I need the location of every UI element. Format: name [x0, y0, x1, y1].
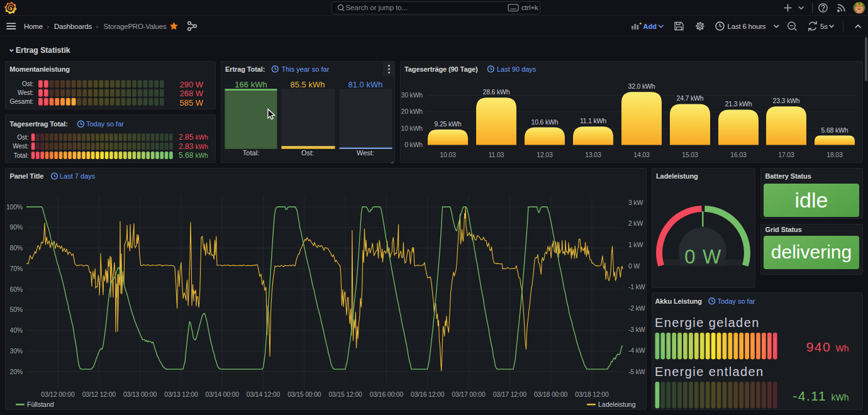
- svg-text:Ost:: Ost:: [17, 134, 28, 141]
- svg-text:03/14 00:00: 03/14 00:00: [206, 390, 240, 398]
- svg-text:5.68 kWh: 5.68 kWh: [821, 126, 849, 134]
- svg-text:11.03: 11.03: [489, 151, 504, 158]
- svg-text:-4 kW: -4 kW: [628, 346, 645, 354]
- svg-text:Akku Leistung: Akku Leistung: [655, 297, 703, 305]
- svg-text:03/12 12:00: 03/12 12:00: [82, 390, 116, 398]
- svg-text:Today so far: Today so far: [718, 297, 755, 305]
- svg-text:100%: 100%: [6, 203, 23, 211]
- svg-text:Ost:: Ost:: [22, 80, 33, 87]
- svg-text:-1 kW: -1 kW: [628, 283, 645, 290]
- svg-text:15.03: 15.03: [682, 151, 698, 158]
- svg-text:2 kW: 2 kW: [628, 219, 643, 227]
- svg-text:03/16 12:00: 03/16 12:00: [411, 390, 445, 398]
- svg-text:5.68 kWh: 5.68 kWh: [179, 151, 208, 160]
- svg-text:Ertrag Statistik: Ertrag Statistik: [16, 46, 70, 55]
- svg-text:-2 kW: -2 kW: [628, 304, 645, 312]
- svg-text:11.1 kWh: 11.1 kWh: [580, 117, 606, 124]
- svg-text:940 Wh: 940 Wh: [806, 340, 849, 354]
- svg-text:3 kW: 3 kW: [628, 199, 643, 206]
- svg-text:14.03: 14.03: [633, 151, 650, 158]
- svg-text:03/16 00:00: 03/16 00:00: [370, 390, 404, 398]
- svg-text:03/13 12:00: 03/13 12:00: [164, 390, 198, 398]
- svg-text:Last 90 days: Last 90 days: [497, 65, 537, 73]
- svg-text:20 kWh: 20 kWh: [401, 108, 423, 115]
- svg-text:West:: West:: [13, 143, 28, 150]
- svg-text:23.3 kWh: 23.3 kWh: [773, 97, 800, 104]
- svg-text:40%: 40%: [10, 326, 23, 334]
- svg-text:Last 6 hours: Last 6 hours: [728, 23, 766, 30]
- svg-text:12.03: 12.03: [537, 151, 553, 158]
- svg-text:21.3 kWh: 21.3 kWh: [725, 100, 752, 108]
- svg-text:10.6 kWh: 10.6 kWh: [531, 118, 559, 126]
- svg-text:Today so far: Today so far: [86, 120, 124, 128]
- svg-text:Total:: Total:: [243, 149, 259, 157]
- svg-text:Panel Title: Panel Title: [10, 172, 44, 180]
- svg-text:50%: 50%: [10, 306, 23, 313]
- svg-text:›: ›: [47, 23, 50, 30]
- svg-text:Last 7 days: Last 7 days: [60, 172, 96, 180]
- svg-text:-3 kW: -3 kW: [628, 326, 645, 333]
- svg-text:Tageserträge (90 Tage): Tageserträge (90 Tage): [404, 65, 478, 73]
- svg-text:16.03: 16.03: [730, 151, 747, 158]
- svg-text:Dashboards: Dashboards: [54, 23, 92, 30]
- svg-text:03/17 00:00: 03/17 00:00: [452, 390, 486, 398]
- svg-text:268 W: 268 W: [180, 89, 204, 98]
- svg-text:5s: 5s: [820, 23, 828, 30]
- svg-text:85.5 kWh: 85.5 kWh: [291, 80, 325, 89]
- svg-text:9.25 kWh: 9.25 kWh: [435, 120, 462, 128]
- svg-text:Battery Status: Battery Status: [765, 172, 811, 180]
- svg-text:13.03: 13.03: [585, 151, 601, 158]
- svg-text:03/15 00:00: 03/15 00:00: [287, 390, 321, 398]
- svg-text:Grid Status: Grid Status: [765, 226, 802, 233]
- svg-text:Ladeleistung: Ladeleistung: [598, 401, 636, 408]
- svg-text:2.83 kWh: 2.83 kWh: [179, 142, 208, 151]
- svg-text:-5 kW: -5 kW: [628, 368, 645, 375]
- svg-text:03/13 00:00: 03/13 00:00: [123, 390, 157, 398]
- svg-text:10.03: 10.03: [440, 151, 456, 158]
- svg-text:-4.11 kWh: -4.11 kWh: [793, 389, 849, 403]
- svg-text:Momentanleistung: Momentanleistung: [9, 65, 70, 73]
- svg-text:60%: 60%: [10, 285, 23, 293]
- svg-text:Ertrag Total:: Ertrag Total:: [225, 65, 265, 73]
- svg-text:Search or jump to...: Search or jump to...: [346, 4, 408, 11]
- svg-text:West:: West:: [357, 149, 374, 157]
- svg-text:81.0 kWh: 81.0 kWh: [348, 80, 383, 89]
- svg-text:03/15 12:00: 03/15 12:00: [328, 390, 362, 398]
- svg-text:03/18 00:00: 03/18 00:00: [534, 390, 568, 398]
- svg-text:03/17 12:00: 03/17 12:00: [493, 390, 527, 398]
- svg-text:Füllstand: Füllstand: [27, 401, 54, 408]
- svg-text:585 W: 585 W: [180, 98, 204, 108]
- svg-text:Ost:: Ost:: [301, 149, 314, 157]
- svg-text:Total:: Total:: [14, 152, 29, 159]
- svg-text:30%: 30%: [10, 347, 23, 355]
- svg-text:1 kW: 1 kW: [628, 241, 643, 248]
- svg-text:20%: 20%: [10, 368, 23, 375]
- svg-text:0 W: 0 W: [684, 246, 722, 268]
- svg-text:290 W: 290 W: [180, 80, 204, 89]
- svg-text:0 kWh: 0 kWh: [404, 141, 423, 148]
- svg-text:Energie entladen: Energie entladen: [655, 365, 764, 379]
- svg-text:2.85 kWh: 2.85 kWh: [179, 133, 208, 141]
- svg-text:Gesamt:: Gesamt:: [10, 98, 34, 105]
- svg-text:Add: Add: [643, 23, 657, 30]
- svg-text:This year so far: This year so far: [282, 65, 330, 73]
- svg-text:0 W: 0 W: [628, 262, 640, 270]
- svg-text:›: ›: [96, 23, 99, 30]
- svg-text:10 kWh: 10 kWh: [401, 124, 423, 132]
- svg-text:70%: 70%: [10, 265, 23, 272]
- svg-text:17.03: 17.03: [778, 151, 794, 158]
- svg-text:166 kWh: 166 kWh: [235, 80, 267, 89]
- svg-text:90%: 90%: [10, 223, 23, 231]
- svg-text:StoragePRO-Values: StoragePRO-Values: [104, 23, 167, 30]
- svg-text:32.0 kWh: 32.0 kWh: [628, 82, 655, 90]
- svg-text:Ladeleistung: Ladeleistung: [656, 172, 698, 180]
- svg-text:ctrl+k: ctrl+k: [521, 4, 538, 11]
- svg-text:West:: West:: [18, 89, 33, 96]
- svg-text:24.7 kWh: 24.7 kWh: [677, 94, 704, 102]
- svg-text:Home: Home: [24, 23, 43, 30]
- svg-text:03/14 12:00: 03/14 12:00: [247, 390, 281, 398]
- svg-text:80%: 80%: [10, 244, 23, 252]
- svg-text:30 kWh: 30 kWh: [401, 91, 423, 99]
- svg-text:03/18 12:00: 03/18 12:00: [575, 390, 609, 398]
- svg-text:Tagesertrag Total:: Tagesertrag Total:: [9, 120, 68, 128]
